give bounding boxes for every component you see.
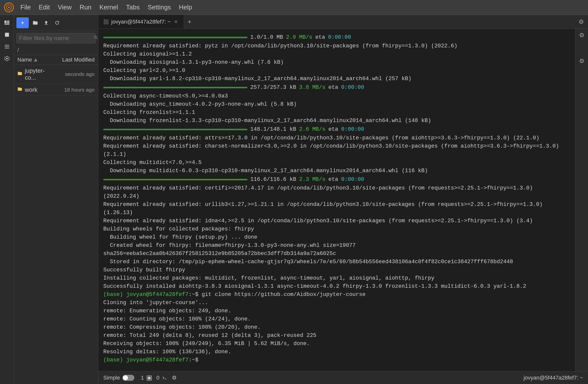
tab-add-button[interactable]: + bbox=[184, 18, 195, 26]
terminal-tab-label: jovyan@5f447a28fef7: ~ bbox=[111, 19, 171, 25]
svg-rect-7 bbox=[5, 33, 9, 37]
term-line-23: Created wheel for fhirpy: filename=fhirp… bbox=[103, 241, 571, 258]
term-line-clone3: remote: Counting objects: 100% (24/24), … bbox=[103, 315, 571, 323]
term-line-10: Collecting frozenlist>=1.1.1 bbox=[103, 108, 571, 117]
status-mode: Simple bbox=[103, 375, 120, 381]
plus-icon: + bbox=[21, 19, 24, 26]
upload-button[interactable] bbox=[42, 18, 51, 27]
progress-line-3: 148.1/148.1 kB 2.6 MB/s eta 0:00:00 bbox=[103, 125, 571, 133]
icon-bar bbox=[0, 15, 14, 384]
file-modified-jupyter: seconds ago bbox=[55, 71, 95, 77]
refresh-button[interactable] bbox=[53, 18, 62, 27]
svg-rect-4 bbox=[7, 21, 9, 22]
right-settings-top[interactable]: ⚙ bbox=[579, 32, 585, 39]
main-area: + bbox=[0, 15, 588, 384]
app-logo bbox=[4, 2, 14, 12]
progress-line-2: 257.3/257.3 kB 3.8 MB/s eta 0:00:00 bbox=[103, 83, 571, 92]
term-line-clone4: remote: Compressing objects: 100% (20/20… bbox=[103, 323, 571, 331]
term-line-9: Downloading async_timeout-4.0.2-py3-none… bbox=[103, 100, 571, 108]
sidebar: + bbox=[14, 15, 98, 384]
svg-point-2 bbox=[8, 7, 10, 8]
terminal-count: 0 bbox=[156, 375, 167, 381]
term-line-3: Collecting aiosignal>=1.1.2 bbox=[103, 50, 571, 58]
term-line-22: Building wheel for fhirpy (setup.py) ...… bbox=[103, 233, 571, 241]
progress-bar-2 bbox=[103, 87, 247, 88]
prompt-line-2: (base) jovyan@5f447a28fef7:~$ bbox=[103, 356, 571, 364]
new-folder-button[interactable] bbox=[31, 18, 40, 27]
terminal-content[interactable]: 1.0/1.0 MB 2.9 MB/s eta 0:00:00 Requirem… bbox=[98, 29, 588, 371]
icon-bar-stop[interactable] bbox=[2, 30, 12, 40]
term-line-26: Installing collected packages: multidict… bbox=[103, 274, 571, 282]
file-list: jupyter-co... seconds ago work 18 hours … bbox=[14, 65, 98, 384]
file-name-jupyter: jupyter-co... bbox=[25, 67, 55, 81]
folder-icon-work bbox=[17, 87, 22, 93]
toggle-knob bbox=[123, 375, 128, 380]
settings-icon-status[interactable]: ⚙ bbox=[172, 375, 177, 381]
mode-toggle[interactable] bbox=[122, 375, 134, 381]
status-left: Simple 1 0 bbox=[103, 375, 177, 381]
svg-rect-5 bbox=[7, 22, 9, 23]
progress-bar-1 bbox=[103, 37, 247, 38]
tab-settings-icon[interactable]: ⚙ bbox=[575, 18, 588, 25]
status-bar: Simple 1 0 bbox=[98, 371, 588, 384]
term-line-clone5: remote: Total 249 (delta 8), reused 12 (… bbox=[103, 331, 571, 340]
folder-icon-jupyter bbox=[17, 71, 22, 77]
term-line-27: Successfully installed aiohttp-3.8.3 aio… bbox=[103, 282, 571, 290]
progress-bar-3 bbox=[103, 129, 247, 130]
term-line-20: Requirement already satisfied: idna<4,>=… bbox=[103, 217, 571, 225]
progress-line-4: 116.6/116.6 kB 2.3 MB/s eta 0:00:00 bbox=[103, 175, 571, 184]
svg-rect-3 bbox=[4, 21, 6, 23]
progress-line-1: 1.0/1.0 MB 2.9 MB/s eta 0:00:00 bbox=[103, 33, 571, 41]
menu-help[interactable]: Help bbox=[175, 2, 195, 13]
right-panel: ⚙ ⚙ bbox=[575, 29, 588, 371]
menubar: File Edit View Run Kernel Tabs Settings … bbox=[0, 0, 588, 15]
search-input[interactable] bbox=[19, 35, 93, 42]
menu-kernel[interactable]: Kernel bbox=[96, 2, 121, 13]
term-line-2: Requirement already satisfied: pytz in /… bbox=[103, 42, 571, 50]
svg-rect-13 bbox=[148, 377, 150, 379]
icon-bar-files[interactable] bbox=[2, 18, 12, 28]
term-line-11: Downloading frozenlist-1.3.3-cp310-cp310… bbox=[103, 117, 571, 125]
menu-run[interactable]: Run bbox=[76, 2, 95, 13]
term-line-14: Requirement already satisfied: charset-n… bbox=[103, 142, 571, 159]
search-box[interactable] bbox=[16, 33, 96, 43]
file-modified-work: 18 hours ago bbox=[55, 87, 95, 93]
term-line-15: Collecting multidict<7.0,>=4.5 bbox=[103, 159, 571, 167]
term-line-6: Downloading yarl-1.8.2-cp310-cp310-manyl… bbox=[103, 75, 571, 83]
terminal-area: ⬛ jovyan@5f447a28fef7: ~ ✕ + ⚙ ⚙ ⚙ 1.0/1… bbox=[98, 15, 588, 384]
menu-view[interactable]: View bbox=[54, 2, 75, 13]
menu-edit[interactable]: Edit bbox=[35, 2, 53, 13]
kernel-count: 1 bbox=[141, 375, 152, 381]
prompt-cmd-1: :~$ git clone https://github.com/Aidbox/… bbox=[188, 291, 366, 298]
right-settings-bottom[interactable]: ⚙ bbox=[579, 58, 585, 64]
sort-icon: ▲ bbox=[33, 57, 38, 63]
terminal-tab[interactable]: ⬛ jovyan@5f447a28fef7: ~ ✕ bbox=[98, 15, 184, 29]
file-item-jupyter[interactable]: jupyter-co... seconds ago bbox=[14, 65, 98, 84]
menu-file[interactable]: File bbox=[17, 2, 34, 13]
term-line-18: Requirement already satisfied: certifi>=… bbox=[103, 184, 571, 200]
term-line-4: Downloading aiosignal-1.3.1-py3-none-any… bbox=[103, 58, 571, 66]
svg-point-11 bbox=[6, 58, 8, 59]
col-name-header: Name ▲ bbox=[17, 57, 54, 63]
svg-rect-9 bbox=[5, 46, 9, 47]
icon-bar-extensions[interactable] bbox=[2, 54, 12, 64]
term-line-clone2: remote: Enumerating objects: 249, done. bbox=[103, 307, 571, 315]
term-line-13: Requirement already satisfied: attrs>=17… bbox=[103, 134, 571, 142]
new-button[interactable]: + bbox=[16, 17, 29, 28]
col-modified-header: Last Modified bbox=[55, 57, 95, 63]
term-line-25: Successfully built fhirpy bbox=[103, 266, 571, 274]
icon-bar-list[interactable] bbox=[2, 42, 12, 52]
svg-rect-8 bbox=[5, 45, 9, 45]
menu-settings[interactable]: Settings bbox=[144, 2, 174, 13]
menu-tabs[interactable]: Tabs bbox=[122, 2, 143, 13]
svg-rect-6 bbox=[4, 24, 9, 25]
breadcrumb: / bbox=[14, 45, 98, 55]
tab-bar: ⬛ jovyan@5f447a28fef7: ~ ✕ + ⚙ bbox=[98, 15, 588, 29]
term-line-21: Building wheels for collected packages: … bbox=[103, 225, 571, 233]
terminal-tab-close[interactable]: ✕ bbox=[173, 19, 179, 25]
prompt-user-1: (base) jovyan@5f447a28fef7 bbox=[103, 291, 188, 298]
prompt-line-1: (base) jovyan@5f447a28fef7:~$ git clone … bbox=[103, 290, 571, 299]
term-line-clone1: Cloning into 'jupyter-course'... bbox=[103, 299, 571, 307]
progress-bar-4 bbox=[103, 179, 247, 180]
file-item-work[interactable]: work 18 hours ago bbox=[14, 84, 98, 96]
